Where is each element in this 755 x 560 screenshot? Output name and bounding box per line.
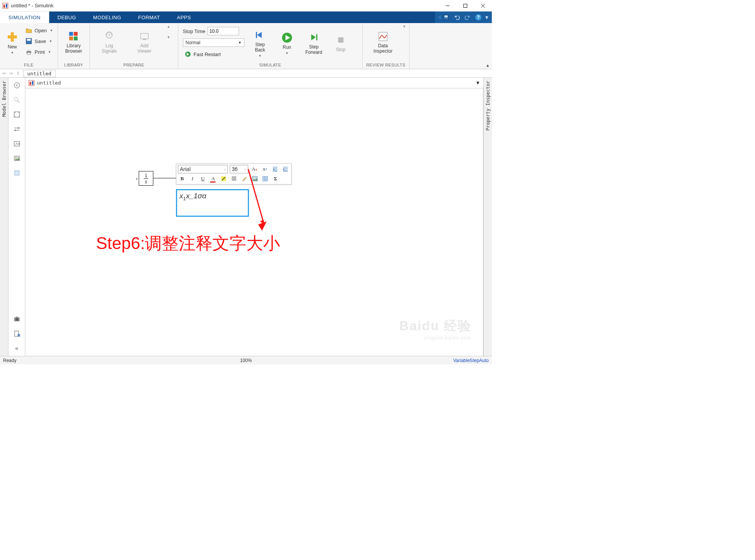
equation-button[interactable]: Σ xyxy=(271,174,280,183)
sim-mode-select[interactable]: Normal▼ xyxy=(183,38,244,47)
fit-button[interactable] xyxy=(12,109,22,120)
ribbon-tabs: SIMULATION DEBUG MODELING FORMAT APPS ? … xyxy=(0,12,492,23)
folder-open-icon xyxy=(25,27,32,34)
tab-simulation[interactable]: SIMULATION xyxy=(0,12,49,23)
window-title: untitled * - Simulink xyxy=(11,3,439,8)
group-simulate: Stop Time Normal▼ Fast Restart Step Back… xyxy=(178,23,363,69)
svg-rect-2 xyxy=(6,4,7,8)
increase-indent-button[interactable] xyxy=(281,165,290,173)
model-tab[interactable]: untitled xyxy=(23,70,56,77)
model-canvas[interactable]: › 1s Arial⌵ 36⌵ A▴ A▾ B I U A xyxy=(25,88,483,356)
integrator-label: 1s xyxy=(144,173,148,184)
integrator-block[interactable]: › 1s xyxy=(139,171,153,186)
svg-point-32 xyxy=(14,83,20,88)
log-signals-button[interactable]: Log Signals xyxy=(96,25,122,61)
prepare-down-icon[interactable]: ▼ xyxy=(167,35,170,39)
font-family-select[interactable]: Arial⌵ xyxy=(178,165,228,173)
stop-button[interactable]: Stop xyxy=(328,25,353,61)
insert-table-button[interactable] xyxy=(261,174,269,183)
add-viewer-icon xyxy=(139,31,150,42)
svg-rect-30 xyxy=(338,37,343,43)
save-button[interactable] xyxy=(441,12,451,22)
font-color-button[interactable]: A xyxy=(209,174,217,183)
toggle-sample-time-button[interactable] xyxy=(12,124,22,135)
block-input-port-icon[interactable]: › xyxy=(136,176,138,181)
nav-forward-icon[interactable]: ⇨ xyxy=(9,71,13,76)
svg-point-41 xyxy=(15,157,16,158)
underline-button[interactable]: U xyxy=(199,174,207,183)
svg-rect-54 xyxy=(263,176,267,181)
fast-restart-button[interactable]: Fast Restart xyxy=(183,49,244,59)
quick-access-toolbar: ? ▼ xyxy=(435,12,492,23)
brush-button[interactable] xyxy=(240,174,249,183)
screenshot-button[interactable] xyxy=(12,314,22,324)
align-button[interactable] xyxy=(230,174,238,183)
nav-up-icon[interactable]: ⇧ xyxy=(16,71,20,76)
prepare-up-icon[interactable]: ▲ xyxy=(167,25,170,28)
tab-format[interactable]: FORMAT xyxy=(130,12,169,23)
step-forward-button[interactable]: Step Forward xyxy=(301,25,327,61)
annotation-textbox[interactable]: x1x_1σα xyxy=(176,189,249,217)
stop-time-row: Stop Time xyxy=(183,26,244,36)
close-button[interactable] xyxy=(474,0,492,12)
zoom-button[interactable] xyxy=(12,95,22,105)
annotation-button[interactable]: A≡ xyxy=(12,138,22,149)
svg-rect-20 xyxy=(69,37,73,40)
decrease-indent-button[interactable] xyxy=(271,165,279,173)
model-browser-tab[interactable]: Model Browser xyxy=(0,78,8,356)
group-prepare: Log Signals Add Viewer ▲ ▼ PREPARE xyxy=(90,23,178,69)
play-icon xyxy=(281,32,293,43)
save-button-ribbon[interactable]: Save▼ xyxy=(24,36,55,46)
tab-apps[interactable]: APPS xyxy=(169,12,200,23)
property-inspector-tab[interactable]: Property Inspector xyxy=(483,78,492,356)
status-solver[interactable]: VariableStepAuto xyxy=(453,358,489,363)
image-button[interactable] xyxy=(12,153,22,164)
group-label-prepare: PREPARE xyxy=(123,62,144,69)
model-info-button[interactable] xyxy=(12,328,22,339)
model-icon xyxy=(28,80,35,86)
help-button[interactable]: ? xyxy=(473,12,483,22)
save-icon xyxy=(25,38,32,45)
data-inspector-button[interactable]: Data Inspector xyxy=(366,25,400,61)
insert-image-button[interactable] xyxy=(251,174,259,183)
highlight-button[interactable] xyxy=(219,174,228,183)
breadcrumb-dropdown-icon[interactable]: ▼ xyxy=(475,80,480,86)
tab-modeling[interactable]: MODELING xyxy=(85,12,129,23)
stop-time-input[interactable] xyxy=(207,27,239,35)
breadcrumb-text[interactable]: untitled xyxy=(37,80,61,86)
tab-debug[interactable]: DEBUG xyxy=(49,12,85,23)
print-button[interactable]: Print▼ xyxy=(24,47,55,57)
nav-back-icon[interactable]: ⇦ xyxy=(2,71,6,76)
help-dropdown[interactable]: ▼ xyxy=(484,12,490,22)
redo-button[interactable] xyxy=(463,12,473,22)
breadcrumb: untitled ▼ xyxy=(25,78,483,88)
svg-rect-18 xyxy=(69,32,73,36)
svg-rect-25 xyxy=(143,39,146,40)
review-down-icon[interactable]: ▼ xyxy=(403,25,406,28)
maximize-button[interactable] xyxy=(456,0,474,12)
signal-wire[interactable] xyxy=(153,178,176,178)
svg-point-33 xyxy=(14,97,18,101)
add-viewer-button[interactable]: Add Viewer xyxy=(132,25,157,61)
ribbon-expand-icon[interactable]: ▴ xyxy=(485,62,490,68)
italic-button[interactable]: I xyxy=(188,174,197,183)
run-button[interactable]: Run▼ xyxy=(274,25,300,61)
log-signals-icon xyxy=(104,31,114,42)
new-button[interactable]: New▼ xyxy=(3,25,22,61)
undo-button[interactable] xyxy=(452,12,462,22)
main-area: Model Browser A≡ « untitled ▼ › 1s xyxy=(0,78,492,356)
increase-font-button[interactable]: A▴ xyxy=(250,165,259,173)
collapse-palette-button[interactable]: « xyxy=(12,343,22,354)
step-back-button[interactable]: Step Back▼ xyxy=(247,25,273,61)
status-zoom[interactable]: 100% xyxy=(240,358,252,363)
library-browser-button[interactable]: Library Browser xyxy=(61,25,86,61)
minimize-button[interactable] xyxy=(439,0,456,12)
area-button[interactable] xyxy=(12,168,22,178)
bold-button[interactable]: B xyxy=(178,174,186,183)
font-size-select[interactable]: 36⌵ xyxy=(230,165,248,173)
hide-browser-button[interactable] xyxy=(12,80,22,91)
group-library: Library Browser LIBRARY xyxy=(58,23,90,69)
open-button[interactable]: Open▼ xyxy=(24,25,55,35)
decrease-font-button[interactable]: A▾ xyxy=(261,165,269,173)
svg-rect-4 xyxy=(464,4,467,7)
